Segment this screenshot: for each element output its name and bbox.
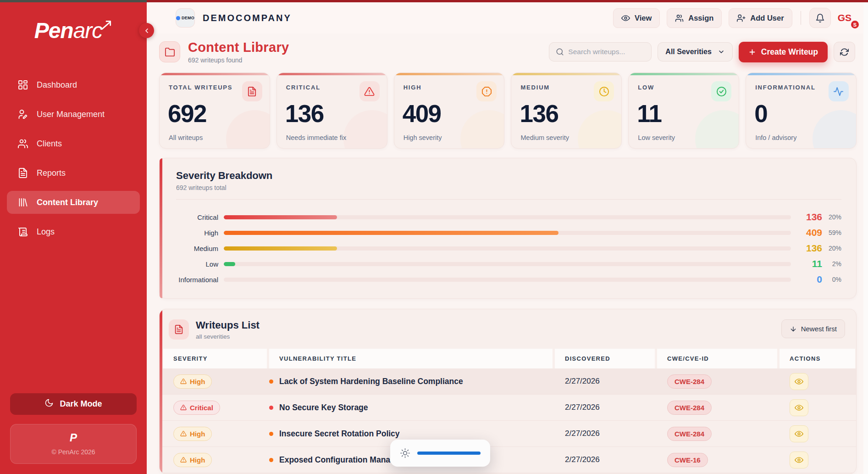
- assign-button[interactable]: Assign: [667, 8, 722, 28]
- writeups-subtitle: all severities: [196, 333, 260, 340]
- table-row[interactable]: HighInsecure Secret Rotation Policy2/27/…: [160, 421, 856, 447]
- actions-cell: [780, 399, 855, 416]
- severity-badge: High: [173, 427, 212, 441]
- vulnerability-title: No Secure Key Storage: [279, 403, 368, 413]
- table-row[interactable]: HighLack of System Hardening Baseline Co…: [160, 368, 856, 395]
- nav-label: Clients: [37, 139, 62, 149]
- severity-label: High: [190, 430, 205, 438]
- stat-caption: Needs immediate fix: [286, 134, 346, 141]
- moon-icon: [44, 398, 54, 410]
- severity-cell: High: [163, 427, 267, 441]
- bell-icon: [815, 13, 825, 23]
- severity-badge: Critical: [173, 401, 220, 415]
- nav-label: Reports: [37, 168, 66, 178]
- stat-label: CRITICAL: [286, 84, 321, 91]
- reports-icon: [17, 167, 28, 178]
- logo-text: Penarc: [34, 18, 103, 43]
- notifications-button[interactable]: [809, 8, 831, 28]
- severity-label: High: [190, 378, 205, 385]
- search-input[interactable]: [568, 48, 645, 56]
- logo-arrow-icon: [100, 19, 112, 33]
- create-writeup-button[interactable]: Create Writeup: [739, 42, 828, 62]
- folder-icon: [159, 41, 180, 62]
- sidebar-top-strip: [0, 0, 147, 2]
- footer-monogram: P: [11, 431, 136, 444]
- sidebar-collapse-button[interactable]: [139, 23, 154, 38]
- cwe-cell: CWE-284: [657, 374, 777, 389]
- sidebar-item-clients[interactable]: Clients: [7, 132, 140, 155]
- table-row[interactable]: HighExposed Configuration Mana2/27/2026C…: [160, 447, 856, 473]
- nav-label: Logs: [37, 227, 55, 237]
- stat-card-high: HIGH409High severity: [394, 72, 505, 149]
- refresh-button[interactable]: [834, 42, 855, 62]
- table-row[interactable]: CriticalNo Secure Key Storage2/27/2026CW…: [160, 395, 856, 421]
- stat-card-total-writeups: TOTAL WRITEUPS692All writeups: [159, 72, 270, 149]
- page-title: Content Library: [188, 40, 289, 55]
- severity-cell: Critical: [163, 401, 267, 415]
- avatar[interactable]: GS S: [838, 12, 855, 23]
- stat-value: 136: [285, 100, 324, 128]
- breakdown-row-label: Low: [176, 260, 218, 268]
- view-writeup-button[interactable]: [790, 452, 808, 468]
- topbar: DEMO DEMOCOMPANY ViewAssignAdd User GS S: [147, 2, 868, 33]
- stat-card-low: LOW11Low severity: [628, 72, 739, 149]
- stat-value: 136: [520, 100, 558, 128]
- stat-label: HIGH: [404, 84, 422, 91]
- stat-caption: Low severity: [638, 134, 675, 141]
- severity-dot-icon: [269, 406, 273, 410]
- stat-accent-strip: [277, 73, 387, 75]
- avatar-initials: GS: [838, 12, 851, 23]
- breakdown-row-label: Informational: [176, 276, 218, 284]
- warning-icon: [180, 404, 187, 411]
- stat-card-medium: MEDIUM136Medium severity: [511, 72, 622, 149]
- severity-filter-select[interactable]: All Severities: [658, 42, 733, 61]
- breakdown-bar-fill: [224, 231, 558, 235]
- sidebar-item-reports[interactable]: Reports: [7, 162, 140, 184]
- vulnerability-title-cell: No Secure Key Storage: [269, 403, 553, 413]
- view-writeup-button[interactable]: [790, 399, 808, 416]
- view-button[interactable]: View: [613, 8, 660, 28]
- stat-decor-bubble: [343, 110, 387, 149]
- sidebar-item-dashboard[interactable]: Dashboard: [7, 73, 140, 96]
- sidebar-spacer: [0, 243, 147, 393]
- add-user-button[interactable]: Add User: [729, 8, 792, 28]
- chevron-down-icon: [718, 48, 725, 56]
- check-circle-icon: [711, 81, 731, 101]
- stat-value: 692: [168, 100, 206, 128]
- stat-cards-row: TOTAL WRITEUPS692All writeupsCRITICAL136…: [159, 72, 857, 149]
- breakdown-row-percent: 20%: [822, 245, 841, 252]
- discovered-cell: 2/27/2026: [555, 377, 655, 386]
- severity-badge: High: [173, 374, 212, 389]
- stat-decor-bubble: [813, 110, 857, 149]
- company-logo-dot-icon: [176, 16, 180, 20]
- company-badge-text: DEMO: [182, 16, 194, 20]
- breakdown-bar-track: [224, 262, 791, 266]
- breakdown-row-label: Critical: [176, 213, 218, 221]
- severity-dot-icon: [269, 432, 273, 436]
- avatar-status-badge: S: [850, 20, 860, 29]
- page-toolbar: Content Library 692 writeups found All S…: [159, 40, 855, 64]
- dark-mode-button[interactable]: Dark Mode: [10, 393, 137, 415]
- stat-caption: All writeups: [169, 134, 203, 141]
- severity-label: High: [190, 456, 205, 464]
- vulnerability-title-cell: Insecure Secret Rotation Policy: [269, 429, 553, 439]
- sidebar-item-logs[interactable]: Logs: [7, 220, 140, 243]
- sidebar-item-user-management[interactable]: User Management: [7, 103, 140, 126]
- actions-cell: [780, 373, 855, 390]
- cwe-badge: CWE-284: [667, 374, 712, 389]
- breakdown-subtitle: 692 writeups total: [176, 184, 841, 191]
- view-writeup-button[interactable]: [790, 425, 808, 442]
- scrollbar-gutter[interactable]: [863, 2, 868, 474]
- sort-newest-button[interactable]: Newest first: [781, 319, 845, 338]
- breakdown-row-percent: 20%: [822, 213, 841, 221]
- breakdown-bar-fill: [224, 262, 235, 266]
- writeups-list-card: Writeups List all severities Newest firs…: [159, 309, 857, 474]
- view-writeup-button[interactable]: [790, 373, 808, 390]
- severity-breakdown-card: Severity Breakdown 692 writeups total Cr…: [159, 158, 857, 299]
- stat-value: 0: [754, 100, 767, 128]
- topbar-actions: ViewAssignAdd User GS S: [613, 8, 855, 28]
- breakdown-row-medium: Medium13620%: [176, 240, 841, 256]
- sidebar-item-content-library[interactable]: Content Library: [7, 191, 140, 214]
- nav-label: Content Library: [37, 198, 98, 207]
- button-label: Assign: [688, 14, 713, 22]
